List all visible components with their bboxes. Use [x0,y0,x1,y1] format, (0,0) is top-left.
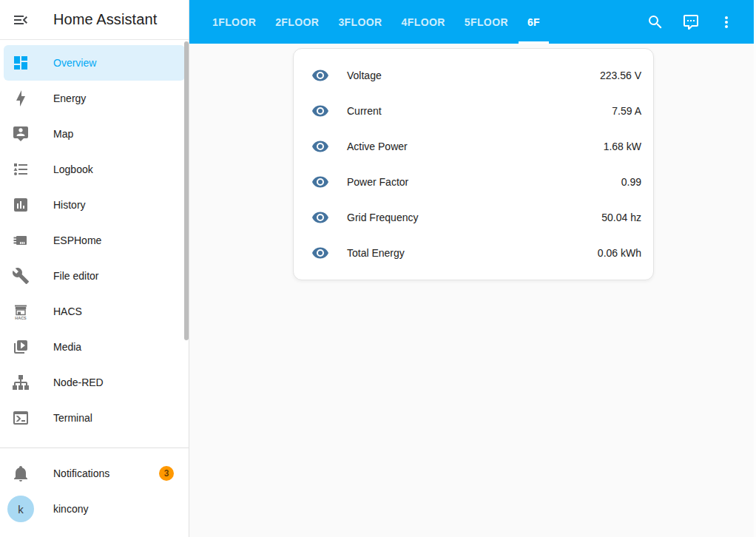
entity-value: 223.56 V [600,70,641,81]
sidebar-item-overview[interactable]: Overview [4,45,185,81]
eye-icon [306,209,335,226]
sidebar-nav: Overview Energy Map Logbook History [0,40,189,448]
eye-icon [306,244,335,262]
entity-row-current[interactable]: Current 7.59 A [294,93,653,129]
tab-label: 6F [527,16,540,28]
tab-2floor[interactable]: 2FLOOR [266,0,328,44]
tab-label: 5FLOOR [465,16,508,28]
tab-label: 3FLOOR [338,16,382,28]
sidebar-item-label: Map [53,128,73,140]
entity-name: Power Factor [347,176,621,188]
entity-row-total-energy[interactable]: Total Energy 0.06 kWh [294,235,653,271]
sidebar-item-label: Overview [53,57,96,69]
sidebar-item-energy[interactable]: Energy [4,81,185,116]
wrench-icon [12,267,30,285]
tab-label: 2FLOOR [275,16,319,28]
sidebar-item-label: Energy [53,92,86,104]
eye-icon [306,102,335,120]
entity-row-power-factor[interactable]: Power Factor 0.99 [294,164,653,200]
entity-value: 0.99 [621,176,641,188]
entity-name: Grid Frequency [347,212,601,223]
sidebar-item-hacs[interactable]: HACS HACS [4,294,185,329]
sitemap-icon [12,374,30,391]
entity-value: 50.04 hz [601,212,641,223]
sidebar-item-label: HACS [53,305,82,317]
chart-box-icon [12,196,30,214]
entity-name: Current [347,105,612,117]
entity-value: 0.06 kWh [598,247,641,259]
sidebar-item-node-red[interactable]: Node-RED [4,365,185,400]
tab-6f[interactable]: 6F [518,0,550,44]
sidebar: Home Assistant Overview Energy Map Logbo… [0,0,189,537]
sidebar-item-user[interactable]: k kincony [0,491,189,527]
tooltip-account-icon [12,125,30,143]
top-app-bar: 1FLOOR 2FLOOR 3FLOOR 4FLOOR 5FLOOR 6F [189,0,756,44]
menu-open-icon[interactable] [12,11,30,29]
entity-name: Voltage [347,70,600,81]
eye-icon [306,173,335,191]
entities-card: Voltage 223.56 V Current 7.59 A Active P… [293,48,654,280]
sidebar-item-esphome[interactable]: ESPHome [4,223,185,258]
notification-badge: 3 [159,466,174,481]
sidebar-bottom: Notifications 3 k kincony [0,448,189,537]
sidebar-scrollbar-thumb[interactable] [184,41,189,340]
tab-label: 1FLOOR [212,16,256,28]
svg-text:HACS: HACS [15,316,27,320]
console-icon [12,409,30,427]
sidebar-item-label: Node-RED [53,376,104,388]
entity-row-active-power[interactable]: Active Power 1.68 kW [294,129,653,164]
chip-icon [12,232,30,249]
hacs-store-icon: HACS [12,303,30,320]
avatar: k [7,496,34,522]
format-list-bulleted-icon [12,161,30,178]
sidebar-item-label: Logbook [53,163,93,175]
sidebar-item-logbook[interactable]: Logbook [4,152,185,187]
sidebar-item-notifications[interactable]: Notifications 3 [0,456,189,491]
entity-row-grid-frequency[interactable]: Grid Frequency 50.04 hz [294,200,653,235]
sidebar-item-label: Terminal [53,412,92,424]
tab-1floor[interactable]: 1FLOOR [203,0,266,44]
app-title: Home Assistant [53,11,157,28]
sidebar-item-label: ESPHome [53,234,101,246]
sidebar-item-label: History [53,199,86,211]
tab-4floor[interactable]: 4FLOOR [392,0,455,44]
sidebar-item-label: Media [53,341,81,353]
tab-5floor[interactable]: 5FLOOR [455,0,518,44]
entity-name: Total Energy [347,247,598,259]
sidebar-item-history[interactable]: History [4,187,185,223]
sidebar-item-label: Notifications [53,467,109,479]
tab-label: 4FLOOR [402,16,445,28]
sidebar-item-map[interactable]: Map [4,116,185,152]
sidebar-item-terminal[interactable]: Terminal [4,400,185,436]
bell-icon [12,465,30,482]
user-name: kincony [53,503,88,515]
play-box-multiple-icon [12,338,30,356]
entity-value: 7.59 A [612,105,641,117]
assist-chat-icon[interactable] [673,4,709,40]
sidebar-header: Home Assistant [0,0,189,40]
eye-icon [306,138,335,155]
lightning-bolt-icon [12,90,30,107]
entity-value: 1.68 kW [604,141,641,152]
view-tabs: 1FLOOR 2FLOOR 3FLOOR 4FLOOR 5FLOOR 6F [203,0,550,44]
topbar-actions [638,4,744,40]
tab-3floor[interactable]: 3FLOOR [328,0,391,44]
entity-row-voltage[interactable]: Voltage 223.56 V [294,58,653,93]
search-icon[interactable] [638,4,673,40]
view-dashboard-icon [12,54,30,72]
sidebar-item-file-editor[interactable]: File editor [4,258,185,294]
sidebar-item-media[interactable]: Media [4,329,185,365]
more-vertical-icon[interactable] [709,4,744,40]
entity-name: Active Power [347,141,604,152]
eye-icon [306,67,335,84]
sidebar-item-label: File editor [53,270,98,282]
